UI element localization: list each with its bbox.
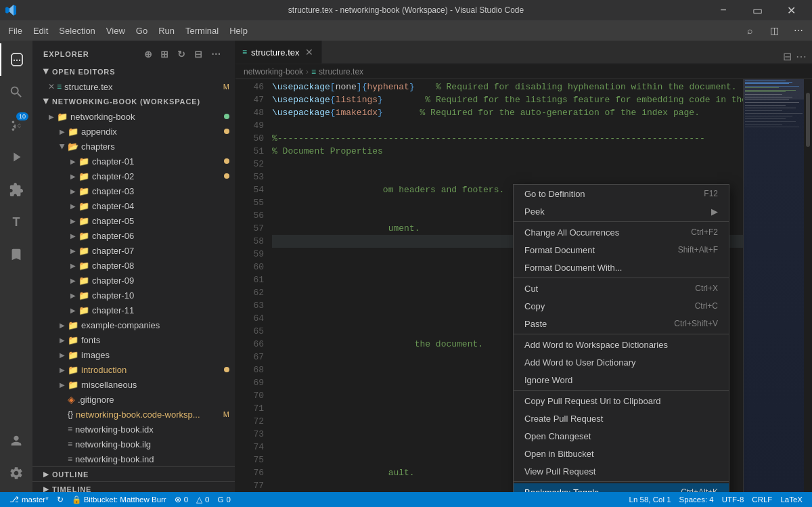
ctx-view-pr[interactable]: View Pull Request bbox=[514, 462, 729, 480]
status-info[interactable]: G 0 bbox=[214, 492, 235, 507]
tree-chapter-07[interactable]: ▶ 📁 chapter-07 bbox=[32, 243, 235, 258]
breadcrumb-file[interactable]: structure.tex bbox=[319, 67, 363, 76]
editor-scrollbar[interactable] bbox=[804, 79, 812, 492]
ctx-copy[interactable]: Copy Ctrl+C bbox=[514, 297, 729, 315]
activity-account[interactable] bbox=[0, 424, 32, 457]
collapse-all-icon[interactable]: ⊟ bbox=[191, 47, 206, 61]
maximize-button[interactable]: ▭ bbox=[742, 0, 773, 20]
tree-chapter-06[interactable]: ▶ 📁 chapter-06 bbox=[32, 228, 235, 243]
open-editors-header[interactable]: ▶ OPEN EDITORS bbox=[32, 64, 235, 79]
more-actions-icon[interactable]: ⋯ bbox=[208, 47, 224, 61]
minimize-button[interactable]: − bbox=[708, 0, 739, 20]
workspace-header[interactable]: ▶ NETWORKING-BOOK (WORKSPACE) bbox=[32, 94, 235, 109]
tree-networking-book[interactable]: ▶ 📁 networking-book bbox=[32, 109, 235, 124]
menu-terminal[interactable]: Terminal bbox=[180, 23, 224, 39]
tree-chapter-01[interactable]: ▶ 📁 chapter-01 bbox=[32, 154, 235, 169]
new-folder-icon[interactable]: ⊞ bbox=[158, 47, 172, 61]
open-editor-structure-tex[interactable]: ✕ ≡ structure.tex M bbox=[32, 79, 235, 94]
activity-tex[interactable]: T bbox=[0, 206, 32, 238]
activity-source-control[interactable]: 10 bbox=[0, 108, 32, 141]
tree-ilg[interactable]: ≡ networking-book.ilg bbox=[32, 437, 235, 451]
status-errors[interactable]: ⊗ 0 bbox=[171, 492, 192, 507]
ctx-change-all-occurrences[interactable]: Change All Occurrences Ctrl+F2 bbox=[514, 223, 729, 241]
ctx-peek[interactable]: Peek ▶ bbox=[514, 202, 729, 220]
ctx-format-document[interactable]: Format Document Shift+Alt+F bbox=[514, 241, 729, 259]
activity-settings[interactable] bbox=[0, 457, 32, 489]
tree-chapter-05[interactable]: ▶ 📁 chapter-05 bbox=[32, 213, 235, 228]
ctx-goto-definition[interactable]: Go to Definition F12 bbox=[514, 185, 729, 202]
menu-file[interactable]: File bbox=[3, 23, 28, 39]
activity-run-debug[interactable] bbox=[0, 141, 32, 173]
ctx-open-changeset[interactable]: Open Changeset bbox=[514, 427, 729, 445]
close-button[interactable]: ✕ bbox=[775, 0, 807, 20]
window-title: structure.tex - networking-book (Workspa… bbox=[288, 5, 524, 15]
ctx-bookmarks-toggle[interactable]: Bookmarks: Toggle Ctrl+Alt+K bbox=[514, 483, 729, 492]
breadcrumb: networking-book › ≡ structure.tex bbox=[235, 64, 812, 79]
tree-ind[interactable]: ≡ networking-book.ind bbox=[32, 451, 235, 466]
refresh-icon[interactable]: ↻ bbox=[175, 47, 189, 61]
toolbar-search-button[interactable]: ⌕ bbox=[739, 23, 761, 38]
ctx-open-bitbucket[interactable]: Open in Bitbucket bbox=[514, 445, 729, 462]
tree-appendix[interactable]: ▶ 📁 appendix bbox=[32, 124, 235, 139]
tree-fonts[interactable]: ▶ 📁 fonts bbox=[32, 332, 235, 347]
ctx-ignore-word[interactable]: Ignore Word bbox=[514, 371, 729, 389]
tree-idx[interactable]: ≡ networking-book.idx bbox=[32, 422, 235, 437]
new-file-icon[interactable]: ⊕ bbox=[141, 47, 156, 61]
folder-icon: 📁 bbox=[78, 231, 89, 241]
breadcrumb-root[interactable]: networking-book bbox=[244, 67, 303, 76]
close-icon[interactable]: ✕ bbox=[46, 82, 57, 91]
status-language[interactable]: LaTeX bbox=[776, 492, 807, 507]
more-actions-editor-icon[interactable]: ⋯ bbox=[796, 50, 807, 63]
status-branch[interactable]: ⎇ master* bbox=[5, 492, 53, 507]
status-bitbucket[interactable]: 🔒 Bitbucket: Matthew Burr bbox=[68, 492, 171, 507]
tree-chapter-10[interactable]: ▶ 📁 chapter-10 bbox=[32, 288, 235, 303]
menu-go[interactable]: Go bbox=[131, 23, 153, 39]
ctx-cut-label: Cut bbox=[524, 284, 695, 294]
ctx-paste[interactable]: Paste Ctrl+Shift+V bbox=[514, 315, 729, 332]
ctx-format-document-with[interactable]: Format Document With... bbox=[514, 259, 729, 276]
tree-gitignore[interactable]: ◈ .gitignore bbox=[32, 392, 235, 407]
tree-introduction[interactable]: ▶ 📁 introduction bbox=[32, 362, 235, 377]
tree-chapter-08[interactable]: ▶ 📁 chapter-08 bbox=[32, 258, 235, 273]
editor-scrollbar-thumb[interactable] bbox=[806, 93, 810, 147]
tree-code-workspace[interactable]: {} networking-book.code-worksp... M bbox=[32, 407, 235, 422]
ctx-cut[interactable]: Cut Ctrl+X bbox=[514, 280, 729, 297]
tree-chapters[interactable]: ▶ 📂 chapters bbox=[32, 139, 235, 154]
outline-header[interactable]: ▶ OUTLINE bbox=[32, 466, 235, 481]
status-spaces[interactable]: Spaces: 4 bbox=[675, 492, 718, 507]
tree-example-companies[interactable]: ▶ 📁 example-companies bbox=[32, 317, 235, 332]
tree-miscellaneous[interactable]: ▶ 📁 miscellaneous bbox=[32, 377, 235, 392]
status-sync[interactable]: ↻ bbox=[53, 492, 68, 507]
menu-selection[interactable]: Selection bbox=[53, 23, 100, 39]
tree-images[interactable]: ▶ 📁 images bbox=[32, 347, 235, 362]
ctx-add-word-user[interactable]: Add Word to User Dictionary bbox=[514, 353, 729, 371]
menu-view[interactable]: View bbox=[101, 23, 131, 39]
tab-close-button[interactable]: ✕ bbox=[304, 45, 315, 59]
activity-bookmarks[interactable] bbox=[0, 238, 32, 271]
status-eol[interactable]: CRLF bbox=[748, 492, 776, 507]
menu-edit[interactable]: Edit bbox=[28, 23, 53, 39]
status-warnings[interactable]: △ 0 bbox=[192, 492, 213, 507]
editor-toolbar: ⊟ ⋯ bbox=[777, 50, 812, 64]
status-encoding[interactable]: UTF-8 bbox=[718, 492, 748, 507]
activity-explorer[interactable] bbox=[0, 43, 32, 76]
activity-search[interactable] bbox=[0, 76, 32, 108]
tree-chapter-11[interactable]: ▶ 📁 chapter-11 bbox=[32, 303, 235, 317]
menu-run[interactable]: Run bbox=[153, 23, 180, 39]
tab-structure-tex[interactable]: ≡ structure.tex ✕ bbox=[235, 41, 322, 64]
toolbar-layout-button[interactable]: ◫ bbox=[763, 23, 785, 38]
split-editor-icon[interactable]: ⊟ bbox=[783, 50, 792, 63]
tree-chapter-03[interactable]: ▶ 📁 chapter-03 bbox=[32, 183, 235, 198]
status-position[interactable]: Ln 58, Col 1 bbox=[625, 492, 675, 507]
tree-chapter-04[interactable]: ▶ 📁 chapter-04 bbox=[32, 198, 235, 213]
activity-extensions[interactable] bbox=[0, 173, 32, 206]
ctx-sep-5 bbox=[514, 481, 729, 482]
toolbar-more-button[interactable]: ⋯ bbox=[788, 23, 809, 38]
tree-chapter-02[interactable]: ▶ 📁 chapter-02 bbox=[32, 169, 235, 183]
menu-help[interactable]: Help bbox=[224, 23, 253, 39]
ctx-create-pr[interactable]: Create Pull Request bbox=[514, 410, 729, 427]
timeline-header[interactable]: ▶ TIMELINE bbox=[32, 481, 235, 492]
ctx-copy-pr-url[interactable]: Copy Pull Request Url to Clipboard bbox=[514, 392, 729, 410]
ctx-add-word-workspace[interactable]: Add Word to Workspace Dictionaries bbox=[514, 336, 729, 353]
tree-chapter-09[interactable]: ▶ 📁 chapter-09 bbox=[32, 273, 235, 288]
